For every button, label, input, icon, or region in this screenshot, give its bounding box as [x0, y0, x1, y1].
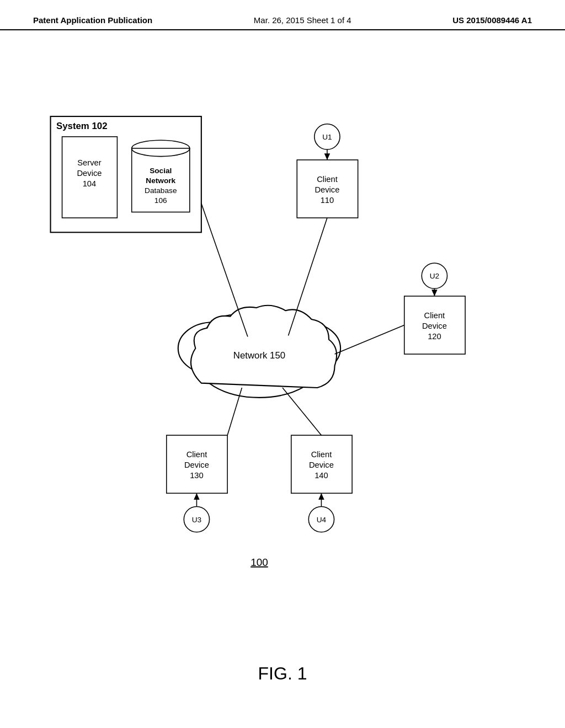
u2-label: U2 [430, 272, 439, 280]
system-102-label: System 102 [56, 121, 107, 131]
header-right: US 2015/0089446 A1 [452, 15, 532, 25]
social-db-label1: Social [150, 167, 172, 175]
network-cloud: Network 150 [178, 306, 340, 398]
header-left: Patent Application Publication [33, 15, 152, 25]
network-label: Network 150 [233, 350, 285, 361]
client120-to-network-line [335, 325, 404, 354]
client-140-label1: Client [311, 450, 332, 459]
client-110-label2: Device [315, 185, 339, 194]
u2-arrow-head [431, 290, 438, 296]
client-140-label3: 140 [315, 471, 328, 480]
page-header: Patent Application Publication Mar. 26, … [0, 0, 565, 30]
client-110-label3: 110 [321, 196, 334, 205]
server-device-label: Server [77, 158, 101, 167]
social-db-label2: Network [146, 176, 175, 185]
client-130-label3: 130 [190, 471, 204, 480]
u3-arrow-head [194, 493, 200, 500]
server-device-label2: Device [77, 169, 102, 178]
client-120-label1: Client [424, 311, 445, 320]
patent-diagram-svg: System 102 Server Device 104 Social Netw… [33, 44, 532, 618]
social-db-label4: 106 [154, 196, 167, 205]
social-db-label3: Database [145, 186, 177, 195]
client-120-label2: Device [422, 322, 447, 330]
u4-arrow-head [318, 493, 324, 500]
client-110-label1: Client [317, 175, 338, 184]
u1-arrow-head [324, 153, 331, 160]
client-140-label2: Device [309, 461, 334, 469]
client-120-label3: 120 [428, 332, 441, 341]
u3-label: U3 [192, 516, 201, 524]
server-device-label3: 104 [83, 179, 97, 188]
diagram-container: System 102 Server Device 104 Social Netw… [33, 44, 532, 618]
header-center: Mar. 26, 2015 Sheet 1 of 4 [254, 15, 351, 25]
figure-title: FIG. 1 [258, 663, 307, 683]
figure-label: FIG. 1 [258, 663, 307, 684]
u4-label: U4 [317, 516, 327, 524]
figure-ref-number: 100 [250, 556, 268, 568]
system-102-box [51, 116, 201, 232]
client140-to-network-line [282, 388, 321, 435]
client-130-label1: Client [186, 450, 207, 459]
u1-label: U1 [322, 133, 332, 141]
client-130-label2: Device [184, 461, 209, 469]
